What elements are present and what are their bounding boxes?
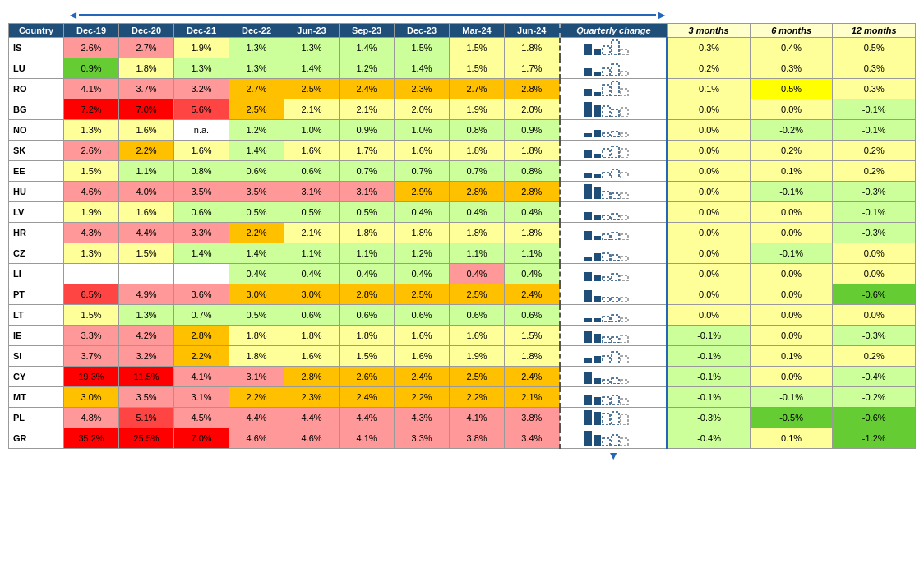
country-cell: MT	[9, 387, 64, 408]
chart-cell	[560, 408, 668, 428]
data-cell: 1.1%	[119, 161, 174, 182]
data-cell: 3.3%	[395, 428, 450, 449]
svg-rect-8	[612, 64, 619, 76]
svg-rect-69	[621, 318, 628, 322]
country-cell: PL	[9, 408, 64, 428]
svg-rect-44	[621, 215, 628, 220]
country-cell: SI	[9, 346, 64, 367]
arrow-left-icon: ◄	[67, 8, 79, 21]
data-cell: 1.7%	[505, 58, 560, 79]
svg-rect-12	[603, 85, 610, 96]
svg-rect-80	[584, 372, 592, 384]
svg-rect-87	[603, 397, 610, 405]
m3-cell: -0.3%	[668, 408, 751, 428]
svg-rect-53	[612, 255, 619, 261]
m6-cell: -0.2%	[750, 120, 833, 141]
data-cell: 4.0%	[119, 182, 174, 202]
data-cell: 35.2%	[64, 428, 119, 449]
data-cell: 1.1%	[450, 243, 505, 264]
chart-cell	[560, 264, 668, 284]
data-cell: 0.6%	[229, 161, 284, 182]
table-row: PL4.8%5.1%4.5%4.4%4.4%4.4%4.3%4.1%3.8%-0…	[9, 408, 916, 428]
table-row: NO1.3%1.6%n.a.1.2%1.0%0.9%1.0%0.8%0.9%0.…	[9, 120, 916, 141]
svg-rect-72	[603, 337, 610, 343]
country-cell: CY	[9, 367, 64, 387]
country-header: Country	[9, 24, 64, 38]
country-cell: BG	[9, 99, 64, 120]
m3-cell: 0.0%	[668, 243, 751, 264]
svg-rect-23	[612, 132, 619, 137]
m12-cell: 0.0%	[833, 305, 916, 326]
data-cell: 2.9%	[395, 182, 450, 202]
data-cell: 2.8%	[174, 326, 229, 346]
data-cell: 1.0%	[395, 120, 450, 141]
data-cell: 2.0%	[505, 99, 560, 120]
data-cell: 3.8%	[505, 408, 560, 428]
svg-rect-94	[621, 414, 628, 425]
table-row: GR35.2%25.5%7.0%4.6%4.6%4.1%3.3%3.8%3.4%…	[9, 428, 916, 449]
svg-rect-46	[594, 236, 601, 240]
svg-rect-40	[584, 212, 592, 220]
country-cell: GR	[9, 428, 64, 449]
data-cell: 4.1%	[450, 408, 505, 428]
table-row: LT1.5%1.3%0.7%0.5%0.6%0.6%0.6%0.6%0.6%0.…	[9, 305, 916, 326]
data-cell: 2.4%	[505, 284, 560, 305]
data-cell: 1.6%	[395, 141, 450, 161]
svg-rect-14	[621, 89, 628, 96]
country-cell: HU	[9, 182, 64, 202]
data-cell: 1.5%	[450, 38, 505, 58]
m3-cell: -0.1%	[668, 387, 751, 408]
svg-rect-3	[612, 40, 619, 55]
sep23-header: Sep-23	[340, 24, 395, 38]
data-cell: 0.4%	[284, 264, 340, 284]
m12-cell: 0.3%	[833, 79, 916, 99]
m6-cell: 0.4%	[750, 38, 833, 58]
dec22-header: Dec-22	[229, 24, 284, 38]
m3-header: 3 months	[668, 24, 751, 38]
table-row: HR4.3%4.4%3.3%2.2%2.1%1.8%1.8%1.8%1.8%0.…	[9, 223, 916, 243]
m3-cell: 0.0%	[668, 305, 751, 326]
m12-cell: -0.1%	[833, 120, 916, 141]
data-cell: 0.6%	[284, 305, 340, 326]
country-cell: LI	[9, 264, 64, 284]
chart-cell	[560, 243, 668, 264]
arrow-line: ◄ ►	[67, 8, 668, 21]
country-cell: EE	[9, 161, 64, 182]
m12-cell: 0.2%	[833, 346, 916, 367]
data-cell: 3.1%	[174, 387, 229, 408]
data-cell: 0.9%	[505, 120, 560, 141]
data-cell: 0.4%	[340, 264, 395, 284]
data-cell: 2.0%	[395, 99, 450, 120]
data-cell: 1.8%	[229, 326, 284, 346]
data-cell: 1.4%	[284, 58, 340, 79]
svg-rect-98	[612, 435, 619, 446]
data-cell: 3.1%	[340, 182, 395, 202]
country-cell: RO	[9, 79, 64, 99]
data-cell: 0.6%	[505, 305, 560, 326]
data-cell: 3.0%	[229, 284, 284, 305]
data-cell: 1.6%	[119, 120, 174, 141]
data-cell: 1.4%	[229, 141, 284, 161]
m12-cell: -0.3%	[833, 326, 916, 346]
svg-rect-9	[621, 72, 628, 76]
data-cell: 0.4%	[505, 202, 560, 223]
main-container: ◄ ► Country Dec-19 Dec-20 Dec-21 Dec-22 …	[0, 0, 924, 470]
m12-cell: 0.0%	[833, 243, 916, 264]
m6-cell: 0.1%	[750, 161, 833, 182]
data-cell: 3.0%	[284, 284, 340, 305]
data-cell: 2.4%	[340, 387, 395, 408]
svg-rect-93	[612, 412, 619, 425]
m12-cell: 0.0%	[833, 264, 916, 284]
svg-rect-62	[603, 298, 610, 302]
data-cell: 0.6%	[340, 305, 395, 326]
country-cell: IE	[9, 326, 64, 346]
data-cell: 0.8%	[505, 161, 560, 182]
svg-rect-42	[603, 215, 610, 220]
data-cell: 4.2%	[119, 326, 174, 346]
data-cell: 2.4%	[340, 79, 395, 99]
data-cell: 0.6%	[174, 202, 229, 223]
data-cell: 4.9%	[119, 284, 174, 305]
svg-rect-89	[621, 399, 628, 405]
svg-rect-19	[621, 108, 628, 117]
data-cell: 1.3%	[119, 305, 174, 326]
